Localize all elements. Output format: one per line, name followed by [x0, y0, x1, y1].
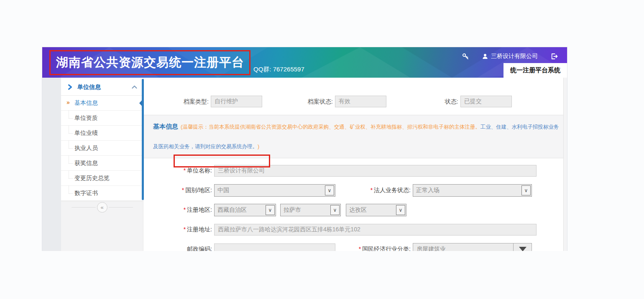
province-select[interactable]: 西藏自治区 ∨	[214, 204, 276, 216]
chevron-down-icon: ∨	[330, 205, 340, 215]
registered-address-label: 注册地址:	[187, 226, 212, 233]
app-header: 湖南省公共资源交易统一注册平台 QQ群: 767265597 三桥设计有限公司 …	[42, 47, 567, 78]
unit-name-row: *单位名称: 三桥设计有限公司	[143, 161, 567, 180]
postal-code-input[interactable]	[214, 243, 335, 251]
app-window: 湖南省公共资源交易统一注册平台 QQ群: 767265597 三桥设计有限公司 …	[42, 47, 567, 251]
sidebar-item-awards[interactable]: 获奖信息	[61, 156, 143, 171]
page-title: 湖南省公共资源交易统一注册平台	[56, 54, 244, 71]
triangle-down-icon	[519, 247, 526, 251]
sidebar-item-label: 基本信息	[74, 99, 98, 107]
sidebar-item-label: 变更历史总览	[74, 175, 110, 182]
chevron-right-icon	[68, 84, 72, 90]
required-asterisk: *	[371, 187, 373, 193]
sidebar-item-basic-info[interactable]: » 基本信息	[61, 96, 143, 111]
sidebar-scrollbar[interactable]	[142, 79, 144, 200]
status-value: 已提交	[460, 96, 512, 107]
country-label: 国别/地区:	[185, 187, 212, 193]
registered-address-input[interactable]: 西藏拉萨市八一路哈达滨河花园西区五排4栋16单元102	[214, 224, 537, 236]
archive-type-value: 自行维护	[211, 96, 262, 107]
sidebar-menu: » 基本信息 单位资质 单位业绩 执业人员 获奖信息 变更历史总览	[61, 96, 143, 201]
qq-group-label: QQ群: 767265597	[253, 66, 304, 73]
dropdown-button[interactable]	[513, 243, 532, 251]
section-header: 基本信息(温馨提示：当前本系统提供湖南省公共资源交易中心的政府采购、交通、矿业权…	[143, 115, 567, 158]
city-select[interactable]: 拉萨市 ∨	[280, 204, 341, 216]
required-asterisk: *	[184, 167, 186, 174]
required-asterisk: *	[182, 187, 184, 193]
basic-info-form: *单位名称: 三桥设计有限公司 *国别/地区: 中国 ∨ *法人业务状态: 正常…	[143, 158, 567, 251]
sidebar-item-unit-qualification[interactable]: 单位资质	[61, 111, 143, 126]
content-scrollbar[interactable]	[563, 78, 567, 251]
key-icon[interactable]	[462, 53, 469, 60]
sidebar: 单位信息 » 基本信息 单位资质 单位业绩 执业人员	[61, 78, 143, 251]
legal-status-label: 法人业务状态:	[374, 187, 411, 193]
chevron-down-icon: ∨	[521, 185, 531, 195]
app-body: 单位信息 » 基本信息 单位资质 单位业绩 执业人员	[42, 78, 567, 251]
postal-code-label: 邮政编码:	[187, 246, 212, 251]
required-asterisk: *	[184, 226, 186, 233]
registered-area-row: *注册地区: 西藏自治区 ∨ 拉萨市 ∨ 达孜区 ∨	[143, 200, 567, 220]
section-title: 基本信息	[153, 123, 178, 130]
sidebar-item-change-history[interactable]: 变更历史总览	[61, 171, 143, 186]
header-actions: 三桥设计有限公司	[462, 53, 558, 60]
industry-select[interactable]: 房屋建筑业	[413, 243, 532, 251]
unit-name-label: 单位名称:	[187, 167, 212, 174]
country-row: *国别/地区: 中国 ∨ *法人业务状态: 正常入场 ∨	[143, 180, 567, 200]
user-account-chip[interactable]: 三桥设计有限公司	[482, 53, 538, 60]
legal-status-select[interactable]: 正常入场 ∨	[413, 184, 532, 197]
notice-text-orange: (温馨提示：当前本系统提供湖南省公共资源交易中心的政府采购、交通、矿业权、补充耕…	[181, 124, 480, 130]
sidebar-item-unit-performance[interactable]: 单位业绩	[61, 126, 143, 141]
sidebar-empty-area	[61, 213, 143, 251]
sidebar-item-label: 数字证书	[74, 190, 98, 197]
archive-status-value: 有效	[335, 96, 386, 107]
unit-name-input[interactable]: 三桥设计有限公司	[214, 165, 537, 177]
archive-status-label: 档案状态:	[308, 96, 333, 107]
district-select[interactable]: 达孜区 ∨	[346, 204, 406, 216]
status-label: 状态:	[445, 96, 458, 107]
required-asterisk: *	[359, 246, 361, 251]
required-asterisk: *	[184, 206, 186, 213]
notice-close-paren: )	[258, 144, 259, 150]
sidebar-group-unit-info[interactable]: 单位信息	[61, 79, 143, 96]
title-annotation-box: 湖南省公共资源交易统一注册平台	[49, 50, 250, 75]
registered-address-row: *注册地址: 西藏拉萨市八一路哈达滨河花园西区五排4栋16单元102	[143, 220, 567, 239]
left-gutter	[42, 78, 61, 251]
country-select[interactable]: 中国 ∨	[214, 184, 335, 197]
sidebar-item-label: 执业人员	[74, 144, 98, 152]
logout-icon[interactable]	[550, 53, 558, 60]
chevron-down-icon: ∨	[266, 205, 275, 215]
chevron-up-icon[interactable]	[132, 85, 137, 89]
sidebar-item-digital-certificate[interactable]: 数字证书	[61, 186, 143, 201]
main-content: 档案类型: 自行维护 档案状态: 有效 状态: 已提交 基本信息(温馨提示：当前…	[143, 78, 567, 251]
industry-label: 国民经济行业分类:	[362, 246, 411, 251]
sidebar-collapse-bar[interactable]: «	[61, 201, 143, 213]
logged-in-company-name: 三桥设计有限公司	[491, 53, 538, 60]
chevron-down-icon: ∨	[325, 185, 334, 195]
sidebar-item-label: 单位资质	[74, 114, 98, 122]
sidebar-item-label: 获奖信息	[74, 160, 98, 167]
archive-type-label: 档案类型:	[184, 96, 209, 107]
double-arrow-icon: »	[66, 99, 70, 106]
user-icon	[482, 53, 488, 60]
collapse-icon[interactable]: «	[97, 202, 107, 213]
sidebar-item-label: 单位业绩	[74, 129, 98, 137]
sidebar-item-practitioners[interactable]: 执业人员	[61, 141, 143, 156]
postal-code-row: 邮政编码: *国民经济行业分类: 房屋建筑业	[143, 239, 567, 251]
registered-area-label: 注册地区:	[187, 206, 212, 213]
chevron-down-icon: ∨	[396, 205, 405, 215]
archive-meta-row: 档案类型: 自行维护 档案状态: 有效 状态: 已提交	[143, 78, 567, 115]
system-tab[interactable]: 统一注册平台系统	[503, 63, 567, 78]
sidebar-group-title: 单位信息	[77, 84, 101, 91]
